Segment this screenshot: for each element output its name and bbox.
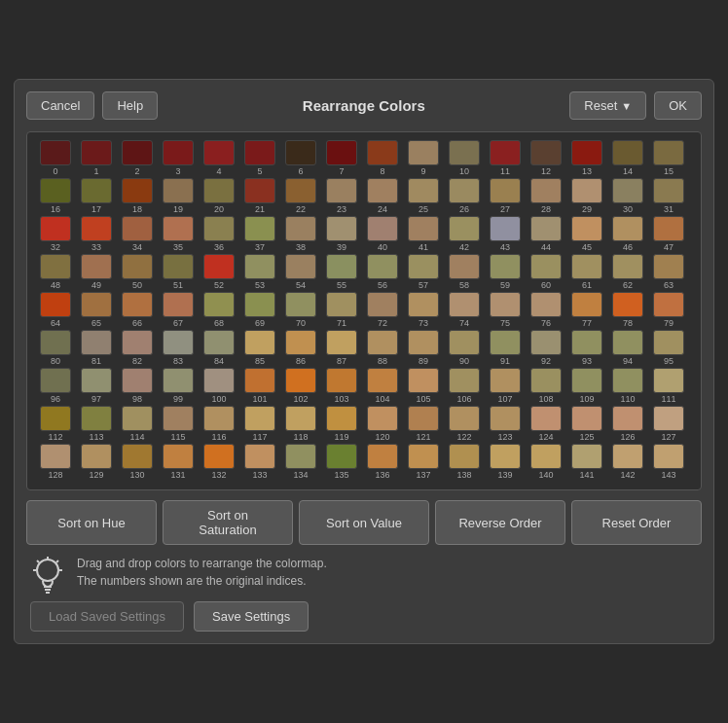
color-cell[interactable]: 20	[199, 178, 239, 214]
load-settings-button[interactable]: Load Saved Settings	[30, 601, 184, 632]
color-cell[interactable]: 128	[35, 444, 76, 480]
color-cell[interactable]: 134	[280, 444, 321, 480]
color-cell[interactable]: 98	[117, 368, 158, 404]
color-cell[interactable]: 129	[76, 444, 117, 480]
color-cell[interactable]: 38	[280, 216, 321, 252]
color-cell[interactable]: 91	[485, 330, 526, 366]
color-cell[interactable]: 22	[280, 178, 321, 214]
color-cell[interactable]: 60	[526, 254, 566, 290]
color-cell[interactable]: 110	[607, 368, 648, 404]
color-cell[interactable]: 24	[362, 178, 403, 214]
color-cell[interactable]: 141	[566, 444, 607, 480]
color-cell[interactable]: 71	[321, 292, 362, 328]
sort-saturation-button[interactable]: Sort on Saturation	[163, 500, 293, 545]
color-cell[interactable]: 78	[607, 292, 648, 328]
color-cell[interactable]: 61	[566, 254, 607, 290]
color-cell[interactable]: 12	[526, 140, 566, 176]
color-cell[interactable]: 4	[199, 140, 239, 176]
color-cell[interactable]: 81	[76, 330, 117, 366]
color-cell[interactable]: 50	[117, 254, 158, 290]
color-cell[interactable]: 70	[280, 292, 321, 328]
color-cell[interactable]: 132	[199, 444, 239, 480]
color-cell[interactable]: 114	[117, 406, 158, 442]
color-cell[interactable]: 21	[239, 178, 280, 214]
color-cell[interactable]: 48	[35, 254, 76, 290]
color-cell[interactable]: 47	[648, 216, 689, 252]
color-cell[interactable]: 66	[117, 292, 158, 328]
color-cell[interactable]: 137	[403, 444, 444, 480]
color-cell[interactable]: 138	[444, 444, 485, 480]
color-cell[interactable]: 108	[526, 368, 566, 404]
color-cell[interactable]: 133	[239, 444, 280, 480]
color-cell[interactable]: 59	[485, 254, 526, 290]
color-cell[interactable]: 119	[321, 406, 362, 442]
color-cell[interactable]: 56	[362, 254, 403, 290]
color-cell[interactable]: 116	[199, 406, 239, 442]
color-cell[interactable]: 79	[648, 292, 689, 328]
color-cell[interactable]: 142	[607, 444, 648, 480]
color-cell[interactable]: 11	[485, 140, 526, 176]
color-cell[interactable]: 124	[526, 406, 566, 442]
color-cell[interactable]: 139	[485, 444, 526, 480]
color-cell[interactable]: 46	[607, 216, 648, 252]
color-cell[interactable]: 18	[117, 178, 158, 214]
color-cell[interactable]: 10	[444, 140, 485, 176]
color-cell[interactable]: 135	[321, 444, 362, 480]
color-cell[interactable]: 53	[239, 254, 280, 290]
color-cell[interactable]: 40	[362, 216, 403, 252]
color-cell[interactable]: 58	[444, 254, 485, 290]
color-cell[interactable]: 92	[526, 330, 566, 366]
color-cell[interactable]: 15	[648, 140, 689, 176]
color-cell[interactable]: 74	[444, 292, 485, 328]
color-cell[interactable]: 73	[403, 292, 444, 328]
color-cell[interactable]: 16	[35, 178, 76, 214]
color-cell[interactable]: 2	[117, 140, 158, 176]
color-cell[interactable]: 0	[35, 140, 76, 176]
color-cell[interactable]: 44	[526, 216, 566, 252]
color-cell[interactable]: 55	[321, 254, 362, 290]
color-cell[interactable]: 97	[76, 368, 117, 404]
color-cell[interactable]: 80	[35, 330, 76, 366]
color-cell[interactable]: 3	[158, 140, 199, 176]
color-cell[interactable]: 123	[485, 406, 526, 442]
color-cell[interactable]: 19	[158, 178, 199, 214]
color-cell[interactable]: 67	[158, 292, 199, 328]
color-cell[interactable]: 118	[280, 406, 321, 442]
color-cell[interactable]: 102	[280, 368, 321, 404]
color-cell[interactable]: 42	[444, 216, 485, 252]
color-cell[interactable]: 85	[239, 330, 280, 366]
color-cell[interactable]: 105	[403, 368, 444, 404]
color-cell[interactable]: 27	[485, 178, 526, 214]
color-cell[interactable]: 62	[607, 254, 648, 290]
color-cell[interactable]: 69	[239, 292, 280, 328]
color-cell[interactable]: 125	[566, 406, 607, 442]
color-cell[interactable]: 86	[280, 330, 321, 366]
color-cell[interactable]: 117	[239, 406, 280, 442]
color-cell[interactable]: 130	[117, 444, 158, 480]
color-cell[interactable]: 14	[607, 140, 648, 176]
color-cell[interactable]: 87	[321, 330, 362, 366]
color-cell[interactable]: 28	[526, 178, 566, 214]
color-cell[interactable]: 6	[280, 140, 321, 176]
color-cell[interactable]: 1	[76, 140, 117, 176]
color-cell[interactable]: 72	[362, 292, 403, 328]
color-cell[interactable]: 23	[321, 178, 362, 214]
help-button[interactable]: Help	[102, 91, 158, 120]
reset-button[interactable]: Reset ▼	[569, 91, 646, 120]
color-cell[interactable]: 7	[321, 140, 362, 176]
color-cell[interactable]: 17	[76, 178, 117, 214]
color-cell[interactable]: 101	[239, 368, 280, 404]
reset-order-button[interactable]: Reset Order	[571, 500, 702, 545]
color-cell[interactable]: 77	[566, 292, 607, 328]
color-cell[interactable]: 93	[566, 330, 607, 366]
color-cell[interactable]: 68	[199, 292, 239, 328]
color-cell[interactable]: 88	[362, 330, 403, 366]
color-cell[interactable]: 100	[199, 368, 239, 404]
color-cell[interactable]: 54	[280, 254, 321, 290]
ok-button[interactable]: OK	[654, 91, 702, 120]
color-cell[interactable]: 31	[648, 178, 689, 214]
color-cell[interactable]: 57	[403, 254, 444, 290]
color-cell[interactable]: 33	[76, 216, 117, 252]
color-cell[interactable]: 43	[485, 216, 526, 252]
color-cell[interactable]: 107	[485, 368, 526, 404]
